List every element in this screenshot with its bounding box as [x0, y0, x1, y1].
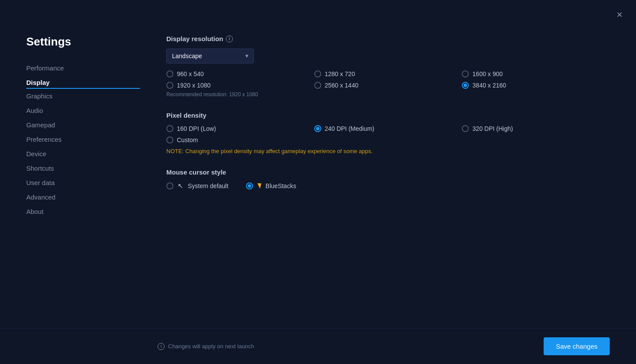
dpi-option-custom[interactable]: Custom [166, 136, 314, 144]
dpi-option-320[interactable]: 320 DPI (High) [462, 125, 610, 132]
footer: i Changes will apply on next launch Save… [0, 328, 636, 364]
cursor-radio-system[interactable] [166, 182, 173, 189]
content-area: Display resolution i Landscape Portrait … [140, 35, 636, 364]
sidebar-item-graphics[interactable]: Graphics [26, 89, 140, 103]
sidebar: Settings Performance Display Graphics Au… [0, 35, 140, 364]
system-cursor-icon: ↖ [178, 182, 183, 190]
display-resolution-title: Display resolution i [166, 35, 610, 42]
sidebar-item-about[interactable]: About [26, 204, 140, 219]
close-icon: ✕ [616, 10, 623, 20]
mouse-cursor-title: Mouse cursor style [166, 168, 610, 176]
sidebar-item-audio[interactable]: Audio [26, 103, 140, 118]
resolution-option-1920[interactable]: 1920 x 1080 [166, 82, 314, 89]
sidebar-item-gamepad[interactable]: Gamepad [26, 118, 140, 132]
pixel-density-options: 160 DPI (Low) 240 DPI (Medium) 320 DPI (… [166, 125, 610, 144]
resolution-radio-3840[interactable] [462, 82, 469, 89]
pixel-density-title: Pixel density [166, 112, 610, 119]
dpi-radio-custom[interactable] [166, 136, 173, 144]
page-title: Settings [26, 35, 140, 49]
sidebar-item-user-data[interactable]: User data [26, 175, 140, 190]
resolution-radio-1600[interactable] [462, 70, 469, 77]
resolution-radio-1280[interactable] [314, 70, 321, 77]
resolution-radio-2560[interactable] [314, 82, 321, 89]
orientation-dropdown[interactable]: Landscape Portrait [166, 49, 254, 63]
settings-container: Settings Performance Display Graphics Au… [0, 0, 636, 364]
dpi-radio-320[interactable] [462, 125, 469, 132]
pixel-density-section: Pixel density 160 DPI (Low) 240 DPI (Med… [166, 112, 610, 154]
resolution-radio-960[interactable] [166, 70, 173, 77]
display-resolution-section: Display resolution i Landscape Portrait … [166, 35, 610, 98]
bluestacks-cursor-icon [257, 183, 261, 189]
resolution-radio-1920[interactable] [166, 82, 173, 89]
dpi-option-240[interactable]: 240 DPI (Medium) [314, 125, 462, 132]
resolution-option-2560[interactable]: 2560 x 1440 [314, 82, 462, 89]
resolution-options: 960 x 540 1280 x 720 1600 x 900 1920 x 1… [166, 70, 610, 89]
dpi-option-160[interactable]: 160 DPI (Low) [166, 125, 314, 132]
mouse-cursor-section: Mouse cursor style ↖ System default Blue… [166, 168, 610, 190]
cursor-option-bluestacks[interactable]: BlueStacks [246, 182, 296, 189]
dpi-radio-240[interactable] [314, 125, 321, 132]
orientation-dropdown-wrapper: Landscape Portrait ▼ [166, 49, 254, 63]
sidebar-item-performance[interactable]: Performance [26, 61, 140, 75]
footer-note: i Changes will apply on next launch [158, 343, 254, 350]
sidebar-item-device[interactable]: Device [26, 147, 140, 161]
sidebar-item-shortcuts[interactable]: Shortcuts [26, 161, 140, 175]
close-button[interactable]: ✕ [613, 9, 625, 21]
cursor-radio-bluestacks[interactable] [246, 182, 253, 189]
resolution-option-1600[interactable]: 1600 x 900 [462, 70, 610, 77]
cursor-option-system[interactable]: ↖ System default [166, 182, 228, 190]
resolution-option-3840[interactable]: 3840 x 2160 [462, 82, 610, 89]
pixel-density-note: NOTE: Changing the pixel density may aff… [166, 148, 610, 154]
footer-info-icon: i [158, 343, 165, 350]
cursor-options: ↖ System default BlueStacks [166, 182, 610, 190]
dpi-radio-160[interactable] [166, 125, 173, 132]
sidebar-item-display[interactable]: Display [26, 75, 140, 89]
sidebar-item-preferences[interactable]: Preferences [26, 132, 140, 147]
display-resolution-info-icon: i [226, 35, 233, 42]
resolution-option-960[interactable]: 960 x 540 [166, 70, 314, 77]
sidebar-item-advanced[interactable]: Advanced [26, 190, 140, 204]
save-changes-button[interactable]: Save changes [544, 337, 610, 355]
recommended-resolution-text: Recommended resolution: 1920 x 1080 [166, 91, 610, 98]
resolution-option-1280[interactable]: 1280 x 720 [314, 70, 462, 77]
sidebar-nav: Performance Display Graphics Audio Gamep… [26, 61, 140, 219]
